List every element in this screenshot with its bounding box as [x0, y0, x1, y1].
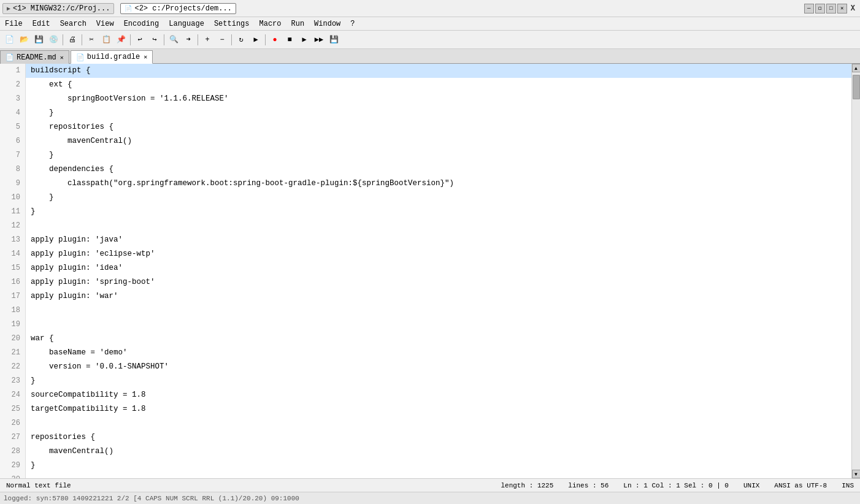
- code-line: }: [26, 205, 851, 219]
- menu-window[interactable]: Window: [309, 18, 345, 29]
- close-button[interactable]: ✕: [837, 4, 847, 13]
- code-line: mavenCentral(): [26, 134, 851, 148]
- code-line: apply plugin: 'idea': [26, 261, 851, 275]
- status-encoding: ANSI as UTF-8: [772, 482, 829, 489]
- menu-help[interactable]: ?: [345, 18, 359, 29]
- line-numbers: 1234567891011121314151617181920212223242…: [0, 64, 26, 478]
- code-line: }: [26, 148, 851, 162]
- code-line: [26, 473, 851, 478]
- tb-undo[interactable]: ↩: [133, 33, 147, 47]
- code-line: buildscript {: [26, 64, 851, 78]
- tb-save[interactable]: 💾: [32, 33, 45, 47]
- tb-sep6: [231, 34, 232, 45]
- tb-new[interactable]: 📄: [2, 33, 16, 47]
- menu-view[interactable]: View: [91, 18, 119, 29]
- tab-readme-close[interactable]: ✕: [60, 54, 64, 61]
- menu-language[interactable]: Language: [164, 18, 209, 29]
- tb-sep4: [164, 34, 164, 45]
- vertical-scrollbar[interactable]: ▲ ▼: [851, 64, 860, 478]
- scroll-down-arrow[interactable]: ▼: [852, 470, 861, 478]
- tab-readme[interactable]: 📄 README.md ✕: [0, 50, 69, 64]
- tb-cut[interactable]: ✂: [85, 33, 98, 47]
- tb-findnext[interactable]: ➜: [182, 33, 195, 47]
- code-line: war {: [26, 332, 851, 346]
- tb-copy[interactable]: 📋: [99, 33, 113, 47]
- code-line: apply plugin: 'war': [26, 289, 851, 304]
- code-content[interactable]: buildscript { ext { springBootVersion = …: [26, 64, 851, 478]
- tb-paste[interactable]: 📌: [114, 33, 128, 47]
- menu-search[interactable]: Search: [55, 18, 91, 29]
- tab-build-icon: 📄: [76, 53, 85, 61]
- status-filetype: Normal text file: [4, 482, 74, 489]
- tb-print[interactable]: 🖨: [66, 33, 79, 47]
- restore-button[interactable]: ◻: [815, 4, 825, 13]
- code-line: baseName = 'demo': [26, 346, 851, 360]
- tb-redo[interactable]: ↪: [148, 33, 161, 47]
- maximize-button[interactable]: □: [826, 4, 836, 13]
- line-number: 8: [0, 162, 25, 177]
- code-line: dependencies {: [26, 162, 851, 177]
- tab-build[interactable]: 📄 build.gradle ✕: [71, 50, 153, 64]
- tb-open[interactable]: 📂: [17, 33, 31, 47]
- tb-saveall[interactable]: 💿: [47, 33, 60, 47]
- title-controls: ─ ◻ □ ✕ X: [804, 4, 858, 13]
- status-bar: Normal text file length : 1225 lines : 5…: [0, 478, 860, 492]
- code-line: version = '0.0.1-SNAPSHOT': [26, 360, 851, 374]
- code-line: apply plugin: 'eclipse-wtp': [26, 247, 851, 261]
- tb-stop[interactable]: ■: [283, 33, 296, 47]
- tb-find[interactable]: 🔍: [167, 33, 180, 47]
- code-line: apply plugin: 'spring-boot': [26, 275, 851, 289]
- line-number: 26: [0, 416, 25, 430]
- scroll-track[interactable]: [852, 72, 860, 470]
- code-line: [26, 304, 851, 318]
- line-number: 16: [0, 275, 25, 289]
- tab-readme-icon: 📄: [6, 53, 14, 61]
- code-line: mavenCentral(): [26, 445, 851, 459]
- code-line: }: [26, 374, 851, 388]
- code-line: ext {: [26, 78, 851, 92]
- menu-macro[interactable]: Macro: [254, 18, 286, 29]
- tb-save-macro[interactable]: 💾: [327, 33, 340, 47]
- tb-zoomout[interactable]: −: [215, 33, 229, 47]
- scroll-thumb[interactable]: [853, 75, 860, 99]
- code-line: }: [26, 191, 851, 205]
- line-number: 4: [0, 106, 25, 120]
- code-line: classpath("org.springframework.boot:spri…: [26, 177, 851, 191]
- line-number: 18: [0, 304, 25, 318]
- line-number: 14: [0, 247, 25, 261]
- status-ins: INS: [839, 482, 856, 489]
- tb-macro[interactable]: ▶: [249, 33, 263, 47]
- line-number: 15: [0, 261, 25, 275]
- title-editor[interactable]: 📄 <2> c:/Projects/dem...: [120, 3, 236, 14]
- line-number: 5: [0, 120, 25, 134]
- line-number: 30: [0, 473, 25, 478]
- tb-play[interactable]: ▶: [298, 33, 311, 47]
- menu-settings[interactable]: Settings: [209, 18, 255, 29]
- title-terminal-label: <1> MINGW32:/c/Proj...: [13, 4, 110, 13]
- line-number: 28: [0, 445, 25, 459]
- status-position: Ln : 1 Col : 1 Sel : 0 | 0: [621, 482, 731, 489]
- line-number: 29: [0, 459, 25, 473]
- scroll-up-arrow[interactable]: ▲: [852, 64, 861, 72]
- window-close-button[interactable]: X: [848, 4, 858, 13]
- tab-build-close[interactable]: ✕: [144, 53, 147, 61]
- status-unix: UNIX: [741, 482, 762, 489]
- line-number: 22: [0, 360, 25, 374]
- code-line: [26, 219, 851, 233]
- tb-sync[interactable]: ↻: [234, 33, 248, 47]
- line-number: 25: [0, 402, 25, 416]
- menu-edit[interactable]: Edit: [28, 18, 55, 29]
- menu-file[interactable]: File: [0, 18, 28, 29]
- tb-zoomin[interactable]: +: [201, 33, 214, 47]
- code-line: springBootVersion = '1.1.6.RELEASE': [26, 92, 851, 106]
- minimize-button[interactable]: ─: [804, 4, 814, 13]
- menu-encoding[interactable]: Encoding: [119, 18, 164, 29]
- code-line: }: [26, 106, 851, 120]
- menu-run[interactable]: Run: [286, 18, 310, 29]
- line-number: 2: [0, 78, 25, 92]
- title-terminal[interactable]: ▶ <1> MINGW32:/c/Proj...: [2, 3, 114, 14]
- tb-playmulti[interactable]: ▶▶: [312, 33, 326, 47]
- tb-record[interactable]: ●: [268, 33, 282, 47]
- line-number: 17: [0, 289, 25, 304]
- tb-sep1: [63, 34, 63, 45]
